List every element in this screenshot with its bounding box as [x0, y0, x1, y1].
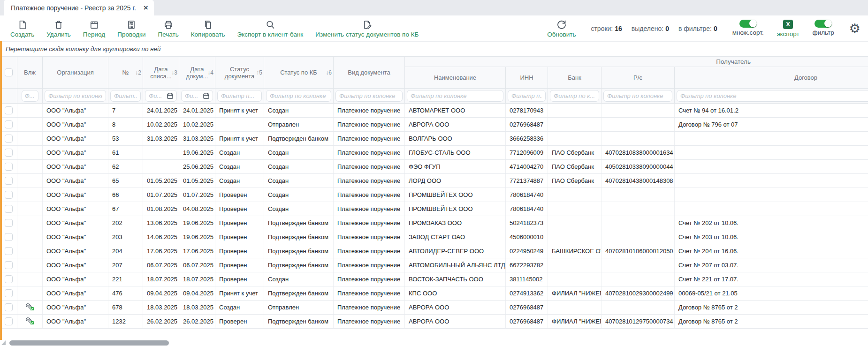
row-checkbox[interactable]	[5, 205, 13, 213]
filter-input-contract[interactable]	[680, 92, 868, 99]
table-row[interactable]: ООО "Альфа"20417.06.202517.06.2025Провер…	[0, 244, 868, 258]
cell-status_kb: Отправлен	[264, 301, 334, 315]
table-row[interactable]: ООО "Альфа"6225.06.2025СозданСозданПлате…	[0, 160, 868, 174]
close-icon[interactable]: ×	[144, 4, 148, 12]
group-by-bar[interactable]: Перетащите сюда колонку для группировки …	[0, 41, 868, 56]
row-checkbox[interactable]	[5, 261, 13, 269]
refresh-button[interactable]: Обновить	[547, 19, 576, 38]
filter-input-bank[interactable]	[554, 92, 595, 99]
header-label: ИНН	[520, 74, 533, 81]
row-checkbox[interactable]	[5, 135, 13, 143]
table-row[interactable]: ООО "Альфа"47609.04.202509.04.2025Принят…	[0, 286, 868, 301]
filter-input-attach[interactable]	[25, 92, 35, 99]
cell-num: 62	[108, 160, 143, 174]
cell-name: ФЭО ФГУП	[405, 160, 506, 174]
cell-attach	[17, 301, 43, 315]
scroll-corner-icon	[1, 340, 6, 345]
toolbar-button-postings[interactable]: Проводки	[117, 19, 145, 38]
table-row[interactable]: ООО "Альфа"67818.03.202518.03.2025Создан…	[0, 301, 868, 315]
table-row[interactable]: ООО "Альфа"20706.07.202506.07.2025Провер…	[0, 258, 868, 272]
header-account[interactable]: Р/с	[602, 67, 675, 89]
table-row[interactable]: ООО "Альфа"22118.07.202518.07.2025Провер…	[0, 272, 868, 286]
table-row[interactable]: ООО "Альфа"5331.03.202531.03.2025Принят …	[0, 132, 868, 146]
header-contract[interactable]: Договор	[675, 67, 868, 89]
row-checkbox[interactable]	[5, 247, 13, 255]
row-checkbox[interactable]	[5, 191, 13, 199]
filter-input-num[interactable]	[114, 92, 137, 99]
header-inn[interactable]: ИНН	[506, 67, 548, 89]
cell-doc_type: Платежное поручение	[334, 160, 405, 174]
excel-icon[interactable]: X	[783, 20, 793, 29]
attachment-icon	[25, 305, 35, 312]
header-name[interactable]: Наименование	[405, 67, 506, 89]
cell-attach	[17, 188, 43, 202]
select-all-checkbox[interactable]	[5, 68, 13, 76]
header-attach[interactable]: Влж	[17, 57, 43, 89]
header-bank[interactable]: Банк	[548, 67, 602, 89]
row-checkbox[interactable]	[5, 177, 13, 185]
header-date_writeoff[interactable]: Дата списа...↓3	[143, 57, 179, 89]
header-status_kb[interactable]: Статус по КБ↓6	[264, 57, 334, 89]
cell-status_kb: Подтвержден банком	[264, 315, 334, 329]
row-checkbox[interactable]	[5, 163, 13, 171]
gear-icon[interactable]: ⚙	[849, 22, 860, 35]
header-doc_type[interactable]: Вид документа	[334, 57, 405, 89]
row-checkbox[interactable]	[5, 149, 13, 157]
toolbar-button-export-client-bank[interactable]: Экспорт в клиент-банк	[237, 19, 303, 38]
filter-input-inn[interactable]	[511, 92, 542, 99]
toolbar-button-copy[interactable]: Копировать	[191, 19, 225, 38]
filter-input-org[interactable]	[48, 92, 102, 99]
header-org[interactable]: Организация	[43, 57, 108, 89]
row-checkbox[interactable]	[5, 233, 13, 241]
table-row[interactable]: ООО "Альфа"724.01.202524.01.2025Принят к…	[0, 104, 868, 118]
toggle-multi-sort[interactable]: множ.сорт.	[732, 20, 764, 38]
toolbar-button-label: Создать	[10, 31, 34, 38]
cell-doc_type: Платежное поручение	[334, 188, 405, 202]
horizontal-scrollbar[interactable]	[0, 340, 868, 346]
calendar-icon[interactable]	[167, 93, 173, 99]
toolbar-button-delete[interactable]: Удалить	[46, 19, 71, 38]
toolbar-button-period[interactable]: Период	[83, 19, 105, 38]
row-checkbox[interactable]	[5, 219, 13, 227]
table-row[interactable]: ООО "Альфа"6601.07.202501.07.2025Провере…	[0, 188, 868, 202]
filter-input-doc_type[interactable]	[339, 92, 399, 99]
filter-input-account[interactable]	[607, 92, 669, 99]
header-date_doc[interactable]: Дата докум...↓4	[179, 57, 215, 89]
toggle-filter[interactable]: фильтр	[813, 20, 834, 38]
row-checkbox[interactable]	[5, 106, 13, 114]
filter-input-status_kb[interactable]	[270, 92, 327, 99]
table-row[interactable]: ООО "Альфа"6701.08.202504.08.2025Провере…	[0, 202, 868, 216]
scrollbar-thumb[interactable]	[9, 340, 169, 346]
cell-inn: 0276968487	[506, 118, 548, 132]
table-row[interactable]: ООО "Альфа"20314.06.202519.06.2025Провер…	[0, 230, 868, 244]
calendar-icon[interactable]	[203, 93, 209, 99]
header-status_doc[interactable]: Статус документа↑5	[215, 57, 264, 89]
row-checkbox[interactable]	[5, 120, 13, 128]
toolbar-button-create[interactable]: Создать	[10, 19, 34, 38]
row-checkbox[interactable]	[5, 317, 13, 325]
tab-payment-register[interactable]: Платежное поручение - Реестр за 2025 г. …	[4, 0, 154, 15]
select-all-header[interactable]	[0, 57, 17, 89]
table-row[interactable]: ООО "Альфа"20213.06.202519.06.2025Провер…	[0, 216, 868, 230]
table-row[interactable]: ООО "Альфа"123226.02.202526.02.2025Прове…	[0, 315, 868, 329]
filter-input-status_doc[interactable]	[221, 92, 258, 99]
filter-input-name[interactable]	[411, 92, 500, 99]
multi-sort-switch[interactable]	[739, 20, 757, 28]
filter-switch[interactable]	[815, 20, 832, 28]
table-row[interactable]: ООО "Альфа"810.02.202510.02.2025Отправле…	[0, 118, 868, 132]
row-checkbox[interactable]	[5, 289, 13, 297]
toolbar-button-change-kb-status[interactable]: Изменить статус документов по КБ	[315, 19, 419, 38]
header-num[interactable]: №↓2	[108, 57, 143, 89]
cell-doc_type: Платежное поручение	[334, 104, 405, 118]
toggle-export[interactable]: Xэкспорт	[777, 20, 799, 38]
row-checkbox[interactable]	[5, 303, 13, 311]
row-checkbox[interactable]	[5, 275, 13, 283]
cell-name: ЗАВОД СТАРТ ОАО	[405, 230, 506, 244]
table-row[interactable]: ООО "Альфа"6119.06.2025СозданСозданПлате…	[0, 146, 868, 160]
table-row[interactable]: ООО "Альфа"6501.05.202501.05.2025СозданС…	[0, 174, 868, 188]
toolbar-button-print[interactable]: Печать	[158, 19, 179, 38]
filter-input-date_doc[interactable]	[185, 92, 202, 99]
cell-date_writeoff: 01.07.2025	[143, 188, 179, 202]
cell-date_writeoff: 31.03.2025	[143, 132, 179, 146]
filter-input-date_writeoff[interactable]	[149, 92, 166, 99]
